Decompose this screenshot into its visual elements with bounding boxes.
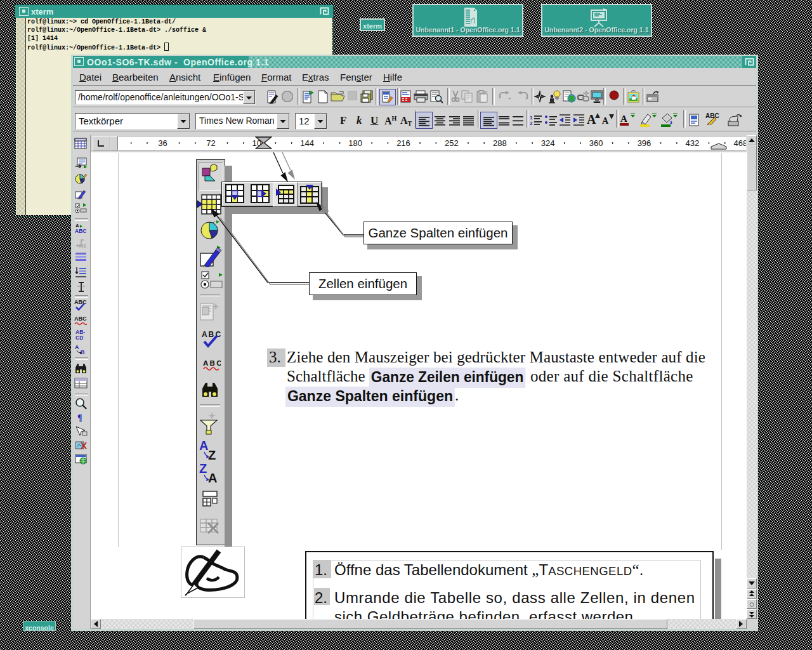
svg-text:ABC: ABC xyxy=(75,228,86,234)
svg-text:INS: INS xyxy=(79,244,86,248)
svg-text:216: 216 xyxy=(396,138,410,148)
svg-text:36: 36 xyxy=(158,138,167,148)
svg-text:468: 468 xyxy=(733,138,746,148)
svg-text:A: A xyxy=(620,114,627,124)
svg-text:ABC: ABC xyxy=(74,315,87,322)
svg-text:B: B xyxy=(81,349,85,355)
svg-text:288: 288 xyxy=(493,138,507,148)
svg-text:72: 72 xyxy=(206,138,215,148)
svg-text:360: 360 xyxy=(589,138,603,148)
svg-text:1: 1 xyxy=(530,115,533,121)
svg-text:CD: CD xyxy=(75,335,83,340)
svg-text:180: 180 xyxy=(348,138,362,148)
svg-text:144: 144 xyxy=(300,138,314,148)
svg-text:ABC: ABC xyxy=(705,112,719,119)
svg-text:¶: ¶ xyxy=(77,413,82,423)
svg-text:432: 432 xyxy=(686,138,700,148)
svg-text:324: 324 xyxy=(541,138,555,148)
svg-text:A: A xyxy=(75,344,79,350)
svg-text:396: 396 xyxy=(638,138,652,148)
svg-text:ABC: ABC xyxy=(74,299,87,305)
svg-text:2: 2 xyxy=(530,121,533,126)
svg-text:252: 252 xyxy=(445,138,459,148)
